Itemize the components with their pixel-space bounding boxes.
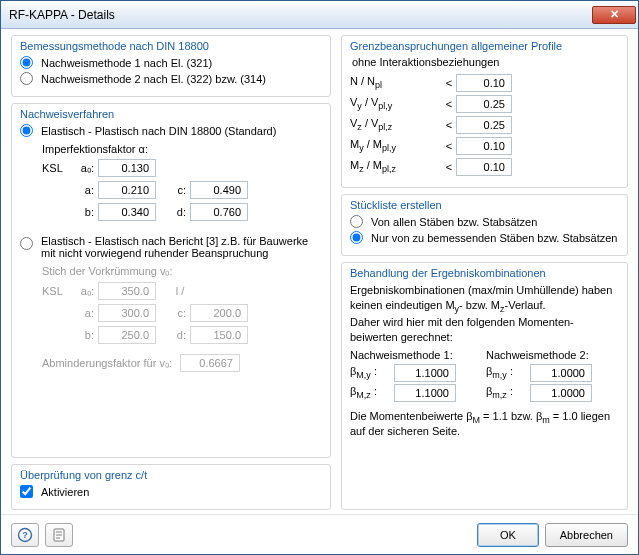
bmz2-value[interactable]: 1.0000 bbox=[530, 384, 592, 402]
radio-method-2-input[interactable] bbox=[20, 72, 33, 85]
close-button[interactable]: ✕ bbox=[592, 6, 636, 24]
bmz-value[interactable]: 1.1000 bbox=[394, 384, 456, 402]
right-column: Grenzbeanspruchungen allgemeiner Profile… bbox=[341, 35, 628, 510]
limit-vz-name: Vz / Vpl,z bbox=[350, 117, 442, 132]
window-title: RF-KAPPA - Details bbox=[9, 8, 592, 22]
dialog-window: RF-KAPPA - Details ✕ Bemessungsmethode n… bbox=[0, 0, 639, 555]
radio-method-1-input[interactable] bbox=[20, 56, 33, 69]
dialog-body: Bemessungsmethode nach DIN 18800 Nachwei… bbox=[1, 29, 638, 514]
radio-stl-designed[interactable]: Nur von zu bemessenden Stäben bzw. Stabs… bbox=[350, 231, 619, 244]
legend-procedure: Nachweisverfahren bbox=[20, 108, 322, 120]
bmy-value[interactable]: 1.1000 bbox=[394, 364, 456, 382]
titlebar: RF-KAPPA - Details ✕ bbox=[1, 1, 638, 29]
a0-2-label: a₀: bbox=[74, 285, 94, 298]
rc-h1: Nachweismethode 1: bbox=[350, 349, 456, 361]
d-label: d: bbox=[160, 206, 186, 218]
c-value[interactable]: 0.490 bbox=[190, 181, 248, 199]
legend-rc: Behandlung der Ergebniskombinationen bbox=[350, 267, 619, 279]
close-icon: ✕ bbox=[610, 8, 619, 21]
rc-note: Die Momentenbeiwerte βM = 1.1 bzw. βm = … bbox=[350, 410, 619, 437]
vorkruemmung-table: KSL a₀: 350.0 l / a: 300.0 c: 200.0 bbox=[42, 280, 322, 346]
units-button[interactable] bbox=[45, 523, 73, 547]
a-label: a: bbox=[74, 184, 94, 196]
rc-col-1: Nachweismethode 1: βM,y :1.1000 βM,z :1.… bbox=[350, 349, 456, 404]
stich-label: Stich der Vorkrümmung v₀: bbox=[42, 265, 322, 278]
radio-stl-all-label: Von allen Stäben bzw. Stabsätzen bbox=[371, 216, 537, 228]
lt-icon: < bbox=[442, 77, 456, 89]
limit-vz-value[interactable]: 0.25 bbox=[456, 116, 512, 134]
ksl2-label: KSL bbox=[42, 285, 70, 297]
radio-ep[interactable]: Elastisch - Plastisch nach DIN 18800 (St… bbox=[20, 124, 322, 137]
group-design-method: Bemessungsmethode nach DIN 18800 Nachwei… bbox=[11, 35, 331, 97]
radio-ep-label: Elastisch - Plastisch nach DIN 18800 (St… bbox=[41, 125, 276, 137]
d-2-label: d: bbox=[160, 329, 186, 341]
radio-method-2-label: Nachweismethode 2 nach El. (322) bzw. (3… bbox=[41, 73, 266, 85]
legend-limits: Grenzbeanspruchungen allgemeiner Profile bbox=[350, 40, 619, 52]
limit-mz-value[interactable]: 0.10 bbox=[456, 158, 512, 176]
limit-vy-name: Vy / Vpl,y bbox=[350, 96, 442, 111]
b-label: b: bbox=[74, 206, 94, 218]
radio-method-1[interactable]: Nachweismethode 1 nach El. (321) bbox=[20, 56, 322, 69]
a0-value[interactable]: 0.130 bbox=[98, 159, 156, 177]
limit-row-vz: Vz / Vpl,z < 0.25 bbox=[350, 116, 619, 134]
bmy-label: βM,y : bbox=[350, 365, 388, 380]
b-2-label: b: bbox=[74, 329, 94, 341]
limit-row-vy: Vy / Vpl,y < 0.25 bbox=[350, 95, 619, 113]
limit-n-name: N / Npl bbox=[350, 75, 442, 90]
lslash-label: l / bbox=[160, 285, 200, 297]
legend-ct: Überprüfung von grenz c/t bbox=[20, 469, 322, 481]
group-procedure: Nachweisverfahren Elastisch - Plastisch … bbox=[11, 103, 331, 458]
limit-row-my: My / Mpl,y < 0.10 bbox=[350, 137, 619, 155]
radio-ee-input[interactable] bbox=[20, 237, 33, 250]
check-activate[interactable]: Aktivieren bbox=[20, 485, 322, 498]
limit-my-value[interactable]: 0.10 bbox=[456, 137, 512, 155]
help-button[interactable]: ? bbox=[11, 523, 39, 547]
a0-label: a₀: bbox=[74, 162, 94, 175]
radio-method-1-label: Nachweismethode 1 nach El. (321) bbox=[41, 57, 212, 69]
cancel-button[interactable]: Abbrechen bbox=[545, 523, 628, 547]
c-label: c: bbox=[160, 184, 186, 196]
radio-ee-label: Elastisch - Elastisch nach Bericht [3] z… bbox=[41, 235, 322, 259]
check-activate-label: Aktivieren bbox=[41, 486, 89, 498]
notes-icon bbox=[51, 527, 67, 543]
limit-my-name: My / Mpl,y bbox=[350, 138, 442, 153]
radio-stl-designed-label: Nur von zu bemessenden Stäben bzw. Stabs… bbox=[371, 232, 617, 244]
bmz-label: βM,z : bbox=[350, 385, 388, 400]
limit-n-value[interactable]: 0.10 bbox=[456, 74, 512, 92]
group-stueckliste: Stückliste erstellen Von allen Stäben bz… bbox=[341, 194, 628, 256]
bmz2-label: βm,z : bbox=[486, 385, 524, 400]
a-value[interactable]: 0.210 bbox=[98, 181, 156, 199]
a-2-value: 300.0 bbox=[98, 304, 156, 322]
group-result-combos: Behandlung der Ergebniskombinationen Erg… bbox=[341, 262, 628, 510]
a0-2-value: 350.0 bbox=[98, 282, 156, 300]
rc-col-2: Nachweismethode 2: βm,y :1.0000 βm,z :1.… bbox=[486, 349, 592, 404]
radio-method-2[interactable]: Nachweismethode 2 nach El. (322) bzw. (3… bbox=[20, 72, 322, 85]
group-limits: Grenzbeanspruchungen allgemeiner Profile… bbox=[341, 35, 628, 188]
svg-text:?: ? bbox=[22, 530, 28, 540]
abm-value: 0.6667 bbox=[180, 354, 240, 372]
radio-stl-designed-input[interactable] bbox=[350, 231, 363, 244]
bmy2-value[interactable]: 1.0000 bbox=[530, 364, 592, 382]
b-value[interactable]: 0.340 bbox=[98, 203, 156, 221]
b-2-value: 250.0 bbox=[98, 326, 156, 344]
ksl-label: KSL bbox=[42, 162, 70, 174]
radio-ee[interactable]: Elastisch - Elastisch nach Bericht [3] z… bbox=[20, 235, 322, 259]
ok-button[interactable]: OK bbox=[477, 523, 539, 547]
d-value[interactable]: 0.760 bbox=[190, 203, 248, 221]
legend-design-method: Bemessungsmethode nach DIN 18800 bbox=[20, 40, 322, 52]
abm-label: Abminderungsfaktor für v₀: bbox=[42, 357, 172, 370]
rc-h2: Nachweismethode 2: bbox=[486, 349, 592, 361]
radio-stl-all[interactable]: Von allen Stäben bzw. Stabsätzen bbox=[350, 215, 619, 228]
c-2-value: 200.0 bbox=[190, 304, 248, 322]
rc-columns: Nachweismethode 1: βM,y :1.1000 βM,z :1.… bbox=[350, 349, 619, 404]
radio-stl-all-input[interactable] bbox=[350, 215, 363, 228]
left-column: Bemessungsmethode nach DIN 18800 Nachwei… bbox=[11, 35, 331, 510]
radio-ep-input[interactable] bbox=[20, 124, 33, 137]
ee-subsection: Stich der Vorkrümmung v₀: KSL a₀: 350.0 … bbox=[20, 265, 322, 372]
limit-row-n: N / Npl < 0.10 bbox=[350, 74, 619, 92]
check-activate-input[interactable] bbox=[20, 485, 33, 498]
c-2-label: c: bbox=[160, 307, 186, 319]
group-ct: Überprüfung von grenz c/t Aktivieren bbox=[11, 464, 331, 510]
limit-vy-value[interactable]: 0.25 bbox=[456, 95, 512, 113]
legend-stueckliste: Stückliste erstellen bbox=[350, 199, 619, 211]
